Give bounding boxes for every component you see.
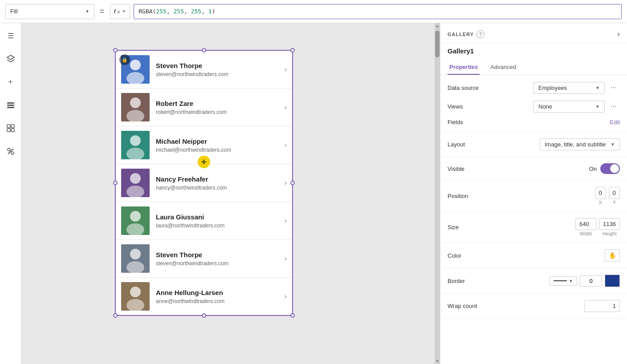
svg-rect-5 [11, 125, 14, 128]
position-control: 0 X 0 Y [483, 187, 620, 205]
panel-back-button[interactable]: › [617, 29, 620, 39]
gallery-item[interactable]: Robert Zare robert@northwindtraders.com … [116, 89, 292, 126]
position-grid: 0 X 0 Y [595, 187, 620, 205]
visible-row: Visible On [448, 163, 620, 174]
gallery-chevron-6: › [285, 292, 287, 300]
data-source-more-button[interactable]: ··· [607, 81, 620, 94]
pos-y-label: Y [609, 200, 620, 205]
main-layout: ☰ + 🔒 [0, 23, 627, 364]
border-style-button[interactable]: ▼ [550, 276, 577, 286]
svg-point-14 [126, 110, 144, 121]
sidebar-data-icon[interactable] [4, 98, 18, 112]
gallery-widget[interactable]: 🔒 Steven Thorpe steven@northwindtraders.… [115, 50, 293, 316]
data-source-dropdown[interactable]: Employees ▼ [533, 82, 605, 94]
fields-edit-link[interactable]: Edit [610, 119, 620, 125]
sidebar-menu-icon[interactable]: ☰ [4, 28, 18, 43]
size-width-input[interactable]: 640 [575, 218, 596, 230]
fx-button[interactable]: f x ▼ [110, 4, 130, 19]
data-source-section: Data source Employees ▼ ··· Views None ▼ [440, 75, 627, 132]
gallery-item[interactable]: 🔒 Steven Thorpe steven@northwindtraders.… [116, 51, 292, 89]
visible-control: On [483, 163, 620, 174]
top-bar: Fill ▼ = f x ▼ RGBA(255, 255, 255, 1) [0, 0, 627, 23]
pos-x-input[interactable]: 0 [595, 187, 606, 199]
svg-point-13 [130, 97, 141, 108]
size-control: 640 Width 1136 Height [483, 218, 620, 236]
gallery-name-2: Michael Neipper [156, 138, 281, 145]
avatar-6 [121, 282, 150, 311]
gallery-info-5: Steven Thorpe steven@northwindtraders.co… [156, 251, 281, 267]
gallery-chevron-4: › [285, 217, 287, 225]
gallery-item[interactable]: Steven Thorpe steven@northwindtraders.co… [116, 240, 292, 278]
gallery-email-1: robert@northwindtraders.com [156, 109, 281, 115]
wrap-count-row: Wrap count 1 [448, 300, 620, 312]
gallery-item[interactable]: Michael Neipper michael@northwindtraders… [116, 126, 292, 164]
svg-rect-6 [7, 129, 10, 132]
color-label: Color [448, 252, 483, 259]
panel-title-row: GALLERY ? [448, 30, 484, 38]
border-label: Border [448, 278, 483, 284]
sidebar-add-icon[interactable]: + [4, 75, 18, 89]
panel-section-title: GALLERY [448, 32, 474, 37]
views-chevron-icon: ▼ [595, 104, 600, 109]
wrap-count-input[interactable]: 1 [584, 300, 620, 312]
avatar-1 [121, 93, 150, 121]
pos-y-input[interactable]: 0 [609, 187, 620, 199]
svg-rect-1 [7, 102, 14, 104]
panel-header: GALLERY ? › [440, 23, 627, 44]
panel-help-icon[interactable]: ? [476, 30, 484, 38]
tab-advanced[interactable]: Advanced [489, 60, 518, 75]
lock-icon: 🔒 [119, 54, 130, 65]
sidebar-layers-icon[interactable] [4, 52, 18, 66]
gallery-item[interactable]: Nancy Freehafer nancy@northwindtraders.c… [116, 164, 292, 202]
svg-marker-0 [7, 55, 14, 60]
fill-dropdown[interactable]: Fill ▼ [5, 4, 94, 19]
avatar-5 [121, 244, 150, 273]
svg-rect-7 [11, 129, 14, 132]
svg-point-10 [11, 152, 14, 154]
color-swatch-button[interactable]: ✋ [605, 249, 620, 262]
views-row: Views None ▼ ··· [448, 100, 620, 113]
gallery-info-4: Laura Giussani laura@northwindtraders.co… [156, 213, 281, 229]
scroll-thumb[interactable] [435, 31, 440, 57]
gallery-scroll[interactable]: 🔒 Steven Thorpe steven@northwindtraders.… [116, 51, 292, 315]
size-width-group: 640 Width [575, 218, 596, 236]
size-grid: 640 Width 1136 Height [575, 218, 620, 236]
pos-y-input-group: 0 Y [609, 187, 620, 205]
border-color-swatch[interactable] [605, 275, 620, 287]
gallery-chevron-1: › [285, 103, 287, 111]
border-width-input[interactable] [580, 275, 602, 287]
left-sidebar: ☰ + [0, 23, 21, 364]
scroll-up-icon[interactable]: ▲ [435, 23, 440, 29]
svg-rect-3 [7, 107, 14, 108]
svg-point-17 [130, 173, 141, 184]
data-source-chevron-icon: ▼ [595, 85, 600, 90]
color-section: Color ✋ [440, 243, 627, 268]
wrap-count-section: Wrap count 1 [440, 294, 627, 319]
fields-row: Fields Edit [448, 119, 620, 125]
gallery-email-3: nancy@northwindtraders.com [156, 185, 281, 191]
gallery-chevron-3: › [285, 179, 287, 187]
data-source-label: Data source [448, 85, 483, 91]
formula-bar[interactable]: RGBA(255, 255, 255, 1) [134, 4, 622, 19]
fields-control: Edit [483, 119, 620, 125]
layout-dropdown[interactable]: Image, title, and subtitle ▼ [540, 138, 620, 150]
visible-toggle[interactable] [600, 163, 620, 174]
tab-properties[interactable]: Properties [448, 60, 480, 75]
hand-icon: ✋ [609, 252, 616, 259]
scroll-down-icon[interactable]: ▼ [435, 358, 440, 364]
views-dropdown[interactable]: None ▼ [533, 101, 605, 113]
size-width-label: Width [575, 231, 596, 236]
gallery-item[interactable]: Anne Hellung-Larsen anne@northwindtrader… [116, 278, 292, 315]
size-height-input[interactable]: 1136 [599, 218, 620, 230]
sidebar-tools-icon[interactable] [4, 144, 18, 158]
gallery-item[interactable]: Laura Giussani laura@northwindtraders.co… [116, 202, 292, 240]
fill-chevron-icon: ▼ [85, 9, 90, 14]
gallery-email-5: steven@northwindtraders.com [156, 260, 281, 267]
toggle-knob [610, 164, 619, 173]
sidebar-components-icon[interactable] [4, 121, 18, 135]
views-more-button[interactable]: ··· [607, 100, 620, 113]
canvas-scrollbar[interactable]: ▲ ▼ [435, 23, 440, 364]
svg-point-16 [126, 148, 144, 159]
border-section: Border ▼ [440, 268, 627, 294]
color-control: ✋ [483, 249, 620, 262]
